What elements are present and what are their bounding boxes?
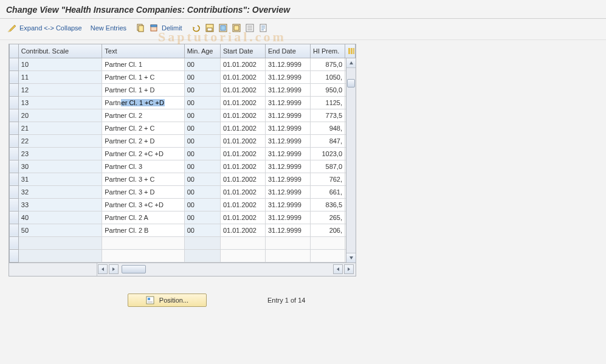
cell-min-age[interactable]: 00 <box>184 134 220 147</box>
cell-min-age[interactable]: 00 <box>184 160 220 173</box>
cell-scale[interactable]: 11 <box>18 70 102 83</box>
cell-hi-prem[interactable]: 950,0 <box>310 83 345 96</box>
position-button[interactable]: Position... <box>128 294 207 307</box>
scroll-right-icon[interactable] <box>109 264 119 274</box>
cell-hi-prem[interactable]: 1125, <box>310 96 345 109</box>
cell-hi-prem[interactable]: 836,5 <box>310 198 345 211</box>
col-header-start-date[interactable]: Start Date <box>220 44 265 58</box>
cell-text[interactable]: Partner Cl. 3 + D <box>102 185 184 198</box>
table-row[interactable]: 33Partner Cl. 3 +C +D0001.01.200231.12.9… <box>10 198 356 211</box>
cell-hi-prem[interactable]: 1023,0 <box>310 147 345 160</box>
cell-end-date[interactable]: 31.12.9999 <box>265 134 310 147</box>
cell-min-age[interactable]: 00 <box>184 173 220 185</box>
cell-text[interactable]: Partner Cl. 1 + D <box>102 83 184 96</box>
cell-end-date[interactable]: 31.12.9999 <box>265 147 310 160</box>
cell-start-date[interactable]: 01.01.2002 <box>220 160 265 173</box>
expand-collapse-button[interactable]: Expand <-> Collapse <box>19 24 82 32</box>
cell-end-date[interactable]: 31.12.9999 <box>265 160 310 173</box>
cell-text[interactable]: Partner Cl. 1 + C <box>102 70 184 83</box>
undo-icon[interactable] <box>191 22 202 33</box>
cell-min-age[interactable]: 00 <box>184 185 220 198</box>
cell-scale[interactable]: 50 <box>18 224 102 236</box>
table-row[interactable]: 40Partner Cl. 2 A0001.01.200231.12.99992… <box>10 211 356 224</box>
cell-start-date[interactable]: 01.01.2002 <box>220 185 265 198</box>
cell-end-date[interactable]: 31.12.9999 <box>265 83 310 96</box>
row-selector[interactable] <box>10 160 19 173</box>
cell-hi-prem[interactable]: 948, <box>310 122 345 134</box>
col-header-text[interactable]: Text <box>102 44 184 58</box>
cell-min-age[interactable]: 00 <box>184 122 220 134</box>
cell-min-age[interactable]: 00 <box>184 83 220 96</box>
cell-min-age[interactable]: 00 <box>184 224 220 236</box>
cell-start-date[interactable]: 01.01.2002 <box>220 83 265 96</box>
cell-end-date[interactable]: 31.12.9999 <box>265 58 310 70</box>
row-selector[interactable] <box>10 211 19 224</box>
cell-start-date[interactable]: 01.01.2002 <box>220 198 265 211</box>
col-header-scale[interactable]: Contribut. Scale <box>18 44 102 58</box>
cell-hi-prem[interactable]: 265, <box>310 211 345 224</box>
cell-text[interactable]: Partner Cl. 3 + C <box>102 173 184 185</box>
cell-scale[interactable]: 12 <box>18 83 102 96</box>
cell-scale[interactable]: 21 <box>18 122 102 134</box>
cell-hi-prem[interactable]: 1050, <box>310 70 345 83</box>
cell-scale[interactable]: 22 <box>18 134 102 147</box>
cell-min-age[interactable]: 00 <box>184 96 220 109</box>
cell-text[interactable]: Partner Cl. 2 <box>102 109 184 122</box>
cell-end-date[interactable]: 31.12.9999 <box>265 185 310 198</box>
cell-hi-prem[interactable]: 847, <box>310 134 345 147</box>
table-row[interactable]: 31Partner Cl. 3 + C0001.01.200231.12.999… <box>10 173 356 185</box>
cell-end-date[interactable]: 31.12.9999 <box>265 109 310 122</box>
cell-scale[interactable]: 13 <box>18 96 102 109</box>
cell-hi-prem[interactable]: 587,0 <box>310 160 345 173</box>
cell-min-age[interactable]: 00 <box>184 147 220 160</box>
cell-text[interactable]: Partner Cl. 2 +C +D <box>102 147 184 160</box>
cell-min-age[interactable]: 00 <box>184 198 220 211</box>
cell-end-date[interactable]: 31.12.9999 <box>265 198 310 211</box>
scroll-up-icon[interactable] <box>346 58 356 68</box>
cell-end-date[interactable]: 31.12.9999 <box>265 70 310 83</box>
cell-start-date[interactable]: 01.01.2002 <box>220 122 265 134</box>
table-row[interactable]: 10Partner Cl. 10001.01.200231.12.9999875… <box>10 58 356 70</box>
scroll-down-icon[interactable] <box>346 253 356 263</box>
row-selector[interactable] <box>10 58 19 70</box>
cell-hi-prem[interactable]: 661, <box>310 185 345 198</box>
table-row[interactable]: 11Partner Cl. 1 + C0001.01.200231.12.999… <box>10 70 356 83</box>
cell-start-date[interactable]: 01.01.2002 <box>220 134 265 147</box>
cell-start-date[interactable]: 01.01.2002 <box>220 109 265 122</box>
cell-end-date[interactable]: 31.12.9999 <box>265 96 310 109</box>
cell-text[interactable]: Partner Cl. 3 +C +D <box>102 198 184 211</box>
row-selector[interactable] <box>10 198 19 211</box>
row-selector-header[interactable] <box>10 44 19 58</box>
cell-scale[interactable]: 31 <box>18 173 102 185</box>
table-row[interactable]: 20Partner Cl. 20001.01.200231.12.9999773… <box>10 109 356 122</box>
row-selector[interactable] <box>10 70 19 83</box>
row-selector[interactable] <box>10 83 19 96</box>
row-selector[interactable] <box>10 147 19 160</box>
table-row[interactable]: 21Partner Cl. 2 + C0001.01.200231.12.999… <box>10 122 356 134</box>
delete-icon[interactable] <box>148 22 159 33</box>
log-icon[interactable] <box>258 22 269 33</box>
cell-start-date[interactable]: 01.01.2002 <box>220 147 265 160</box>
cell-hi-prem[interactable]: 206, <box>310 224 345 236</box>
col-header-end-date[interactable]: End Date <box>265 44 310 58</box>
cell-start-date[interactable]: 01.01.2002 <box>220 173 265 185</box>
new-entries-button[interactable]: New Entries <box>91 24 126 32</box>
cell-start-date[interactable]: 01.01.2002 <box>220 224 265 236</box>
col-header-hi-prem[interactable]: HI Prem. <box>310 44 345 58</box>
cell-scale[interactable]: 32 <box>18 185 102 198</box>
cell-start-date[interactable]: 01.01.2002 <box>220 96 265 109</box>
select-all-icon[interactable] <box>218 22 229 33</box>
cell-scale[interactable]: 23 <box>18 147 102 160</box>
cell-text[interactable]: Partner Cl. 2 A <box>102 211 184 224</box>
cell-end-date[interactable]: 31.12.9999 <box>265 224 310 236</box>
save-variant-icon[interactable] <box>204 22 215 33</box>
table-row[interactable]: 23Partner Cl. 2 +C +D0001.01.200231.12.9… <box>10 147 356 160</box>
cell-end-date[interactable]: 31.12.9999 <box>265 211 310 224</box>
cell-min-age[interactable]: 00 <box>184 211 220 224</box>
cell-start-date[interactable]: 01.01.2002 <box>220 211 265 224</box>
scroll-left-icon[interactable] <box>98 264 108 274</box>
table-row[interactable]: 13Partner Cl. 1 +C +D0001.01.200231.12.9… <box>10 96 356 109</box>
cell-text[interactable]: Partner Cl. 2 + D <box>102 134 184 147</box>
cell-scale[interactable]: 40 <box>18 211 102 224</box>
cell-scale[interactable]: 10 <box>18 58 102 70</box>
